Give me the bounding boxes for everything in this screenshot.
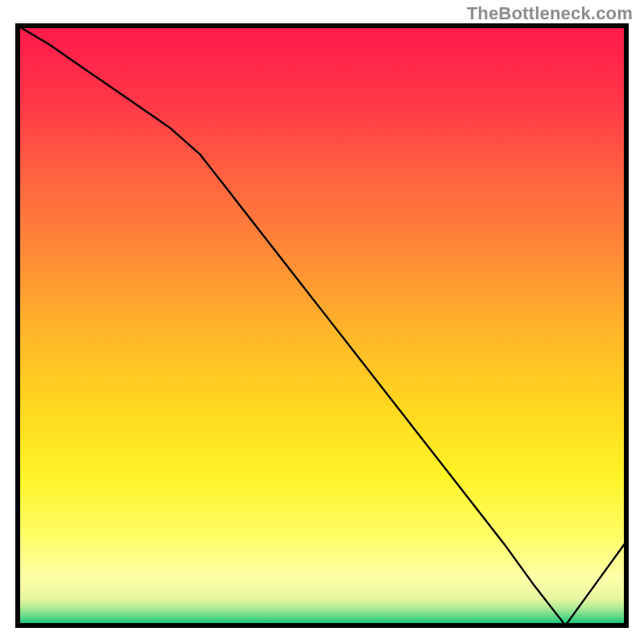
chart-container: TheBottleneck.com xyxy=(0,0,644,644)
plot-background xyxy=(18,26,626,625)
bottleneck-chart xyxy=(0,0,644,644)
